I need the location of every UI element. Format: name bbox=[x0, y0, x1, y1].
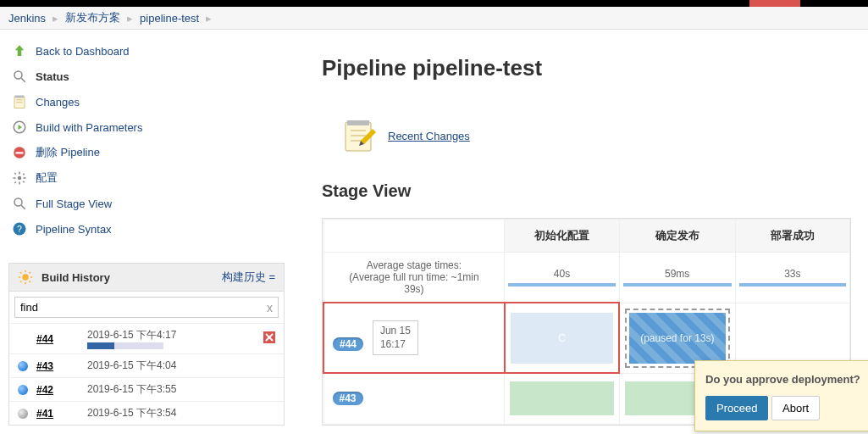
run-badge[interactable]: #44 bbox=[333, 337, 363, 351]
svg-rect-17 bbox=[14, 181, 17, 184]
proceed-button[interactable]: Proceed bbox=[705, 396, 768, 420]
recent-changes-link[interactable]: Recent Changes bbox=[388, 130, 470, 142]
crumb-folder[interactable]: 新发布方案 bbox=[65, 10, 120, 25]
svg-line-28 bbox=[20, 272, 22, 274]
build-history-trend-link[interactable]: 构建历史 = bbox=[222, 270, 275, 285]
build-history-panel: Build History 构建历史 = x #442019-6-15 下午4:… bbox=[8, 263, 285, 426]
abort-button[interactable]: Abort bbox=[771, 396, 820, 420]
build-history-row[interactable]: #412019-6-15 下午3:54 bbox=[9, 401, 284, 425]
crumb-jenkins[interactable]: Jenkins bbox=[8, 12, 46, 25]
clock-play-icon bbox=[12, 120, 27, 135]
approval-popover: ✖ Do you approve deployment? Proceed Abo… bbox=[694, 360, 868, 431]
build-history-row[interactable]: #442019-6-15 下午4:17 bbox=[9, 323, 284, 353]
magnifier-icon bbox=[12, 69, 27, 84]
chevron-right-icon: ▸ bbox=[206, 12, 212, 25]
sidebar-item-status[interactable]: Status bbox=[36, 70, 69, 83]
svg-rect-16 bbox=[23, 181, 25, 183]
svg-rect-14 bbox=[24, 177, 26, 179]
page-title: Pipeline pipeline-test bbox=[322, 55, 851, 81]
avg-stage-label: Average stage times: (Average full run t… bbox=[323, 253, 505, 303]
build-filter[interactable]: x bbox=[14, 297, 279, 318]
run-date-chip: Jun 1516:17 bbox=[373, 320, 418, 355]
stage-column-header: 部署成功 bbox=[735, 220, 849, 253]
build-number[interactable]: #41 bbox=[36, 408, 79, 420]
stage-column-header: 确定发布 bbox=[619, 220, 735, 253]
magnifier-icon bbox=[12, 196, 27, 211]
sidebar: Back to DashboardStatusChangesBuild with… bbox=[0, 30, 296, 434]
svg-point-23 bbox=[22, 274, 29, 281]
svg-point-0 bbox=[14, 71, 22, 79]
build-number[interactable]: #42 bbox=[36, 384, 79, 396]
svg-rect-39 bbox=[347, 120, 369, 125]
svg-point-10 bbox=[18, 176, 22, 181]
sidebar-item-back-to-dashboard[interactable]: Back to Dashboard bbox=[36, 45, 130, 58]
sidebar-item-pipeline-syntax[interactable]: Pipeline Syntax bbox=[36, 223, 112, 236]
run-badge[interactable]: #43 bbox=[333, 392, 363, 405]
status-orb bbox=[18, 409, 28, 419]
sidebar-item-build-with-parameters[interactable]: Build with Parameters bbox=[36, 121, 142, 134]
sidebar-item-changes[interactable]: Changes bbox=[36, 96, 80, 108]
main-panel: Pipeline pipeline-test Recent Changes St… bbox=[296, 30, 868, 434]
svg-line-31 bbox=[30, 272, 31, 274]
build-filter-input[interactable] bbox=[20, 299, 267, 315]
build-date: 2019-6-15 下午4:04 bbox=[87, 359, 275, 373]
svg-rect-18 bbox=[23, 173, 25, 175]
build-progress bbox=[87, 342, 163, 349]
stage-cell[interactable]: C bbox=[505, 303, 619, 373]
build-number[interactable]: #43 bbox=[36, 360, 79, 372]
svg-rect-9 bbox=[16, 152, 24, 153]
chevron-right-icon: ▸ bbox=[53, 12, 58, 25]
status-orb bbox=[18, 361, 28, 371]
build-history-row[interactable]: #422019-6-15 下午3:55 bbox=[9, 377, 284, 401]
svg-rect-12 bbox=[19, 182, 20, 185]
stage-column-header: 初始化配置 bbox=[505, 220, 619, 253]
svg-rect-11 bbox=[19, 172, 20, 175]
notepad-icon bbox=[12, 94, 27, 109]
stage-view-heading: Stage View bbox=[322, 181, 851, 201]
svg-rect-5 bbox=[15, 96, 25, 98]
cancel-build-icon[interactable] bbox=[263, 331, 275, 346]
sidebar-item-configure[interactable]: 配置 bbox=[36, 170, 58, 186]
sun-icon bbox=[18, 270, 33, 285]
sidebar-item-delete-pipeline[interactable]: 删除 Pipeline bbox=[36, 145, 100, 160]
approval-message: Do you approve deployment? bbox=[705, 373, 868, 386]
stage-corner bbox=[323, 220, 505, 253]
svg-point-19 bbox=[14, 198, 22, 206]
build-date: 2019-6-15 下午3:55 bbox=[87, 382, 275, 397]
sidebar-item-full-stage-view[interactable]: Full Stage View bbox=[36, 198, 112, 210]
no-entry-icon bbox=[12, 145, 27, 160]
build-date: 2019-6-15 下午3:54 bbox=[87, 406, 275, 420]
stage-avg-cell: 40s bbox=[505, 253, 619, 303]
gear-icon bbox=[12, 170, 27, 186]
topbar bbox=[0, 0, 868, 7]
crumb-job[interactable]: pipeline-test bbox=[140, 12, 199, 25]
svg-line-30 bbox=[20, 281, 22, 283]
build-history-row[interactable]: #432019-6-15 下午4:04 bbox=[9, 353, 284, 377]
build-number[interactable]: #44 bbox=[36, 333, 79, 345]
svg-line-29 bbox=[30, 281, 31, 283]
build-date: 2019-6-15 下午4:17 bbox=[87, 328, 255, 349]
alert-indicator bbox=[749, 0, 800, 7]
chevron-right-icon: ▸ bbox=[127, 12, 133, 25]
svg-marker-7 bbox=[19, 125, 23, 130]
build-history-title: Build History bbox=[41, 271, 110, 284]
status-orb bbox=[18, 385, 28, 395]
run-row-head: #43 bbox=[323, 373, 505, 424]
svg-rect-15 bbox=[14, 172, 17, 175]
stage-avg-cell: 59ms bbox=[619, 253, 735, 303]
notepad-icon bbox=[339, 115, 379, 156]
svg-line-1 bbox=[21, 78, 25, 82]
stage-cell[interactable] bbox=[505, 373, 619, 424]
stage-avg-cell: 33s bbox=[735, 253, 849, 303]
question-icon: ? bbox=[12, 221, 27, 236]
svg-rect-13 bbox=[14, 177, 16, 179]
breadcrumb: Jenkins ▸ 新发布方案 ▸ pipeline-test ▸ bbox=[0, 7, 868, 30]
svg-line-20 bbox=[21, 205, 25, 209]
up-arrow-icon bbox=[12, 43, 27, 58]
svg-text:?: ? bbox=[17, 224, 22, 234]
clear-filter-icon[interactable]: x bbox=[267, 301, 273, 314]
run-row-head: #44 Jun 1516:17 bbox=[323, 303, 505, 373]
